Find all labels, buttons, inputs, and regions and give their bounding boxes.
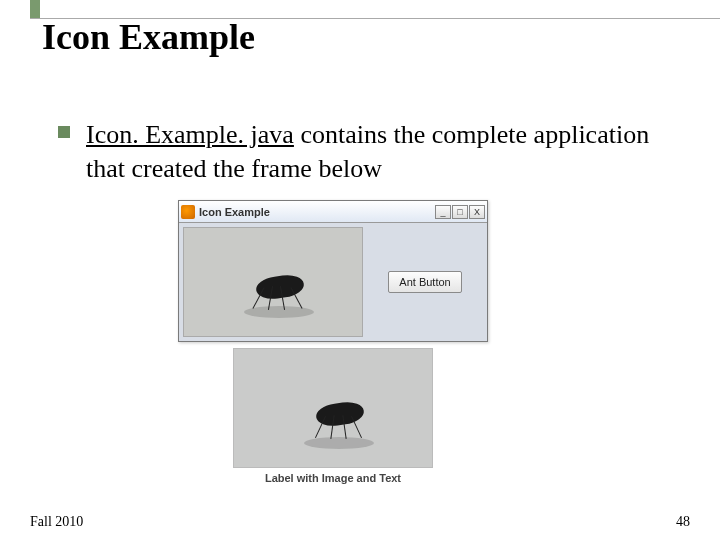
figure-area: Icon Example _ □ X Ant Button bbox=[178, 200, 488, 484]
java-cup-icon bbox=[181, 205, 195, 219]
bullet-row: Icon. Example. java contains the complet… bbox=[58, 118, 680, 186]
close-button[interactable]: X bbox=[469, 205, 485, 219]
ant-shadow bbox=[244, 306, 314, 318]
window-client: Ant Button bbox=[179, 223, 487, 341]
window-title: Icon Example bbox=[199, 206, 431, 218]
title-accent bbox=[30, 0, 40, 18]
maximize-button[interactable]: □ bbox=[452, 205, 468, 219]
bullet-text: Icon. Example. java contains the complet… bbox=[86, 118, 680, 186]
slide-title: Icon Example bbox=[42, 16, 255, 58]
ant-button[interactable]: Ant Button bbox=[388, 271, 461, 293]
minimize-button[interactable]: _ bbox=[435, 205, 451, 219]
button-wrap: Ant Button bbox=[367, 227, 483, 337]
bullet-marker-icon bbox=[58, 126, 70, 138]
app-window: Icon Example _ □ X Ant Button bbox=[178, 200, 488, 342]
ant-shadow bbox=[304, 437, 374, 449]
lower-ant-image bbox=[233, 348, 433, 468]
window-buttons: _ □ X bbox=[435, 205, 485, 219]
titlebar: Icon Example _ □ X bbox=[179, 201, 487, 223]
page-number: 48 bbox=[676, 514, 690, 530]
ant-image bbox=[183, 227, 363, 337]
lower-figure: Label with Image and Text bbox=[178, 348, 488, 484]
footer-term: Fall 2010 bbox=[30, 514, 83, 530]
source-file-link[interactable]: Icon. Example. java bbox=[86, 120, 294, 149]
lower-caption: Label with Image and Text bbox=[178, 472, 488, 484]
